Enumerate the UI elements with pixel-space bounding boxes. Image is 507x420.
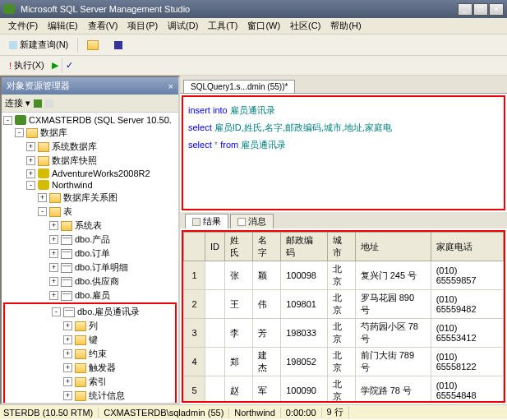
column-header[interactable]: 家庭电话 xyxy=(431,233,503,261)
toggle-icon[interactable]: + xyxy=(38,193,47,202)
table-row[interactable]: 3李芳198033北京芍药园小区 78 号(010) 65553412 xyxy=(184,319,504,348)
cell[interactable]: 北京 xyxy=(327,290,355,319)
parse-icon[interactable]: ✓ xyxy=(66,60,73,71)
connect-dropdown[interactable]: 连接 ▾ xyxy=(5,97,30,109)
menu-edit[interactable]: 编辑(E) xyxy=(43,18,83,34)
snapshots-node[interactable]: 数据库快照 xyxy=(52,155,97,167)
column-header[interactable]: 地址 xyxy=(355,233,431,261)
toggle-icon[interactable]: + xyxy=(26,156,35,165)
open-button[interactable] xyxy=(81,38,107,53)
play-icon[interactable]: ▶ xyxy=(52,60,58,71)
menu-tools[interactable]: 工具(T) xyxy=(203,18,242,34)
cell[interactable]: 100098 xyxy=(281,261,327,290)
cell[interactable]: 颖 xyxy=(253,261,281,290)
table-row[interactable]: 4郑建杰198052北京前门大街 789 号(010) 65558122 xyxy=(184,348,504,376)
toggle-icon[interactable]: + xyxy=(63,391,72,400)
tables-node[interactable]: 表 xyxy=(63,205,72,218)
empcontacts-node[interactable]: dbo.雇员通讯录 xyxy=(77,306,140,318)
databases-node[interactable]: 数据库 xyxy=(40,127,67,139)
cell[interactable] xyxy=(205,319,225,348)
toggle-icon[interactable]: + xyxy=(26,142,35,151)
table-row[interactable]: 5赵军100090北京学院路 78 号(010) 65554848 xyxy=(184,376,504,404)
cell[interactable]: 学院路 78 号 xyxy=(355,376,431,404)
toggle-icon[interactable]: - xyxy=(52,307,61,316)
cell[interactable]: 罗马花园 890 号 xyxy=(355,290,431,319)
close-button[interactable]: × xyxy=(489,3,504,16)
connect-icon[interactable] xyxy=(34,99,42,108)
diagrams-node[interactable]: 数据库关系图 xyxy=(63,192,118,204)
column-header[interactable]: 姓氏 xyxy=(225,233,253,261)
cell[interactable]: 109801 xyxy=(281,290,327,319)
cell[interactable]: 北京 xyxy=(327,376,355,404)
northwind-node[interactable]: Northwind xyxy=(52,180,93,190)
cell[interactable]: 赵 xyxy=(225,376,253,404)
toggle-icon[interactable]: + xyxy=(49,291,58,300)
cell[interactable]: (010) 65554848 xyxy=(431,376,503,404)
cell[interactable]: 北京 xyxy=(327,319,355,348)
table-node[interactable]: dbo.供应商 xyxy=(75,275,119,288)
menu-project[interactable]: 项目(P) xyxy=(122,18,163,34)
row-number[interactable]: 5 xyxy=(184,376,205,404)
column-header[interactable]: 名字 xyxy=(253,233,281,261)
indexes-node[interactable]: 索引 xyxy=(89,376,107,388)
cell[interactable]: (010) 65559482 xyxy=(431,290,503,319)
row-number[interactable]: 4 xyxy=(184,348,205,376)
toggle-icon[interactable]: + xyxy=(63,349,72,358)
menu-debug[interactable]: 调试(D) xyxy=(163,18,203,34)
save-button[interactable] xyxy=(108,39,128,52)
cell[interactable]: 北京 xyxy=(327,261,355,290)
cell[interactable]: 建杰 xyxy=(253,348,281,376)
sysdb-node[interactable]: 系统数据库 xyxy=(52,141,97,153)
toggle-icon[interactable]: + xyxy=(63,321,72,330)
object-tree[interactable]: -CXMASTERDB (SQL Server 10.50. -数据库 +系统数… xyxy=(2,113,178,403)
toggle-icon[interactable]: + xyxy=(49,221,58,230)
disconnect-icon[interactable] xyxy=(45,99,53,108)
toggle-icon[interactable]: + xyxy=(63,377,72,386)
new-query-button[interactable]: 新建查询(N) xyxy=(3,36,74,53)
toggle-icon[interactable]: + xyxy=(49,263,58,272)
cell[interactable]: 张 xyxy=(225,261,253,290)
cell[interactable]: 复兴门 245 号 xyxy=(355,261,431,290)
menu-view[interactable]: 查看(V) xyxy=(83,18,123,34)
cell[interactable]: 198052 xyxy=(281,348,327,376)
menu-file[interactable]: 文件(F) xyxy=(3,18,43,34)
table-node[interactable]: dbo.雇员 xyxy=(75,289,110,302)
row-number[interactable]: 3 xyxy=(184,319,205,348)
cell[interactable]: (010) 65559857 xyxy=(431,261,503,290)
cell[interactable]: (010) 65558122 xyxy=(431,348,503,376)
systables-node[interactable]: 系统表 xyxy=(75,219,102,232)
cell[interactable]: 100090 xyxy=(281,376,327,404)
toggle-icon[interactable]: + xyxy=(26,169,35,178)
triggers-node[interactable]: 触发器 xyxy=(89,362,116,374)
row-corner[interactable] xyxy=(184,233,205,261)
results-grid[interactable]: ID姓氏名字邮政编码城市地址家庭电话 1张颖100098北京复兴门 245 号(… xyxy=(182,230,505,403)
execute-button[interactable]: ! 执行(X) xyxy=(3,57,50,74)
menu-window[interactable]: 窗口(W) xyxy=(242,18,285,34)
toggle-icon[interactable]: - xyxy=(15,128,24,137)
maximize-button[interactable]: □ xyxy=(473,3,488,16)
cell[interactable]: 郑 xyxy=(225,348,253,376)
aw-node[interactable]: AdventureWorks2008R2 xyxy=(52,168,150,178)
toggle-icon[interactable]: + xyxy=(63,335,72,344)
cell[interactable]: 北京 xyxy=(327,348,355,376)
table-node[interactable]: dbo.产品 xyxy=(75,233,110,246)
column-header[interactable]: 城市 xyxy=(327,233,355,261)
menu-help[interactable]: 帮助(H) xyxy=(325,18,366,34)
row-number[interactable]: 1 xyxy=(184,261,205,290)
cell[interactable]: 前门大街 789 号 xyxy=(355,348,431,376)
cell[interactable]: 芳 xyxy=(253,319,281,348)
cell[interactable] xyxy=(205,261,225,290)
cell[interactable]: 王 xyxy=(225,290,253,319)
toggle-icon[interactable]: + xyxy=(49,235,58,244)
column-header[interactable]: ID xyxy=(205,233,225,261)
column-header[interactable]: 邮政编码 xyxy=(281,233,327,261)
cell[interactable] xyxy=(205,348,225,376)
table-row[interactable]: 2王伟109801北京罗马花园 890 号(010) 65559482 xyxy=(184,290,504,319)
columns-node[interactable]: 列 xyxy=(89,320,98,332)
cell[interactable]: 198033 xyxy=(281,319,327,348)
results-tab[interactable]: 结果 xyxy=(185,214,228,228)
toggle-icon[interactable]: - xyxy=(38,207,47,216)
toggle-icon[interactable]: - xyxy=(3,116,12,125)
stats-node[interactable]: 统计信息 xyxy=(89,390,125,402)
row-number[interactable]: 2 xyxy=(184,290,205,319)
